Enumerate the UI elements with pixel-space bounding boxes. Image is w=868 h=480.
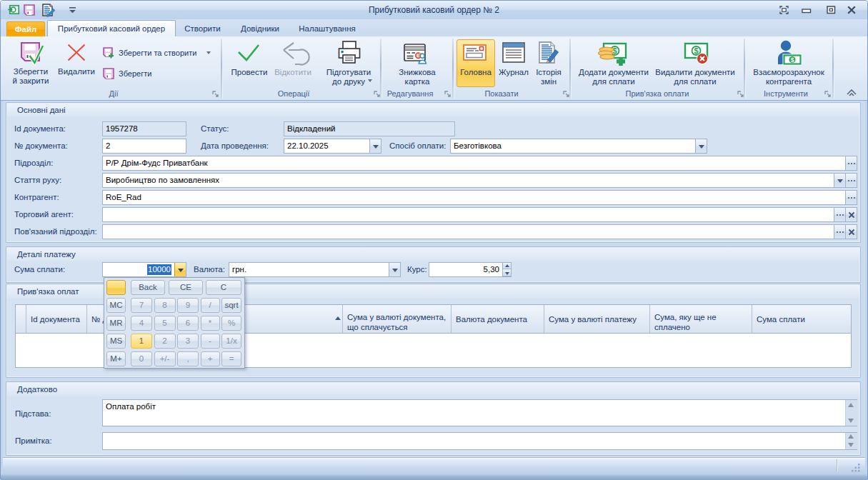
svg-text:$: $: [694, 46, 698, 55]
svg-text:$: $: [791, 56, 794, 64]
